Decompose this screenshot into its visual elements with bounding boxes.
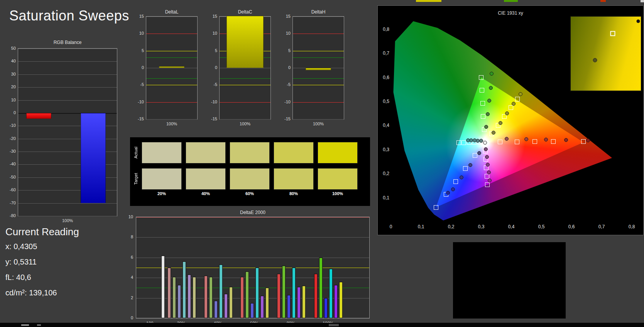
target-swatch-80%	[274, 168, 314, 190]
axis-tick-label: 10	[11, 98, 16, 102]
delta-l-chart[interactable]: DeltaL 151050-5-10-15 100%	[131, 9, 201, 126]
delta-e-bar	[209, 277, 213, 318]
measured-point	[586, 138, 590, 142]
target-point	[479, 75, 483, 80]
measured-point	[484, 125, 488, 129]
measured-point	[544, 138, 548, 142]
axis-tick-label: 40	[11, 59, 16, 63]
delta-e-bar	[167, 268, 171, 318]
rgb-balance-chart[interactable]: RGB Balance 50403020100-10-20-30-40-50-6…	[5, 40, 119, 225]
taskbar-mark	[329, 324, 339, 326]
axis-tick-label: 0,8	[383, 27, 389, 32]
gridline	[18, 203, 117, 204]
measured-point	[484, 147, 488, 151]
swatch-comparison-panel[interactable]: ActualTarget20%40%60%80%100%	[130, 137, 370, 206]
target-point	[485, 174, 489, 179]
delta-e-bar	[319, 258, 323, 318]
delta-h-y-axis: 151050-5-10-15	[278, 16, 292, 120]
target-point	[461, 140, 466, 145]
actual-swatch-60%	[230, 142, 270, 164]
actual-swatch-40%	[186, 142, 226, 164]
measured-point	[485, 155, 489, 159]
delta-h-chart[interactable]: DeltaH 151050-5-10-15 100%	[278, 9, 347, 126]
swatch-saturation-label: 60%	[230, 191, 270, 196]
page-title: Saturation Sweeps	[9, 8, 129, 24]
delta-e-2000-y-axis: 1086420	[127, 217, 134, 319]
gridline	[293, 17, 344, 17]
taskbar-strip[interactable]	[0, 323, 644, 327]
reference-line	[146, 51, 197, 51]
reference-line	[220, 102, 270, 103]
gridline	[136, 278, 369, 278]
axis-tick-label: -15	[211, 116, 217, 121]
reference-line	[136, 217, 369, 217]
axis-tick-label: -5	[287, 82, 291, 87]
axis-tick-label: -30	[10, 149, 16, 153]
axis-tick-label: -5	[140, 82, 144, 87]
actual-swatch-20%	[142, 142, 182, 164]
axis-tick-label: 5	[215, 48, 217, 53]
axis-tick-label: 0,5	[383, 99, 389, 104]
measured-point	[460, 175, 463, 179]
gridline	[146, 68, 197, 68]
deltaL-bar	[159, 66, 184, 68]
cie-1931-panel[interactable]: CIE 1931 xy 00,10,20,30,40,50,60,70,8 0,…	[377, 5, 644, 235]
axis-tick-label: 0,4	[508, 224, 515, 229]
delta-e-bar	[297, 287, 301, 318]
edge-artifact-yellow	[416, 0, 441, 2]
measured-point	[489, 86, 493, 90]
delta-e-bar	[177, 285, 181, 318]
delta-e-2000-chart[interactable]: DeltaE 2000 1086420 10020%40%60%80%100%	[127, 210, 375, 326]
pattern-display-window	[453, 242, 566, 319]
gridline	[18, 216, 117, 216]
measured-point	[477, 151, 481, 155]
measured-point	[564, 138, 568, 142]
target-swatch-60%	[230, 168, 270, 190]
axis-tick-label: 10	[139, 31, 144, 35]
reading-y-label: y:	[5, 258, 12, 266]
delta-e-bar	[250, 303, 254, 318]
delta-h-x-label: 100%	[292, 121, 344, 126]
measured-point	[468, 163, 472, 167]
axis-tick-label: 5	[288, 48, 291, 53]
rgb-balance-plot	[18, 48, 117, 216]
gridline	[136, 258, 369, 258]
delta-e-bar	[265, 288, 269, 318]
axis-tick-label: -50	[10, 175, 16, 179]
delta-e-bar	[172, 277, 176, 318]
reference-line	[293, 102, 344, 103]
delta-e-bar	[302, 286, 306, 318]
swatch-saturation-label: 80%	[274, 191, 314, 196]
target-point	[453, 179, 458, 184]
swatch-saturation-label: 40%	[186, 191, 226, 196]
taskbar-mark	[21, 324, 29, 326]
axis-tick-label: 5	[142, 48, 144, 53]
delta-e-bar	[183, 261, 186, 318]
axis-tick-label: -20	[10, 136, 16, 141]
delta-e-bar	[204, 276, 208, 318]
delta-l-plot	[146, 16, 198, 120]
measured-point	[451, 187, 455, 191]
measured-point	[499, 121, 502, 125]
delta-c-chart[interactable]: DeltaC 151050-5-10-15 100%	[205, 9, 274, 126]
gridline	[18, 61, 117, 62]
reading-x: x: 0,4305	[5, 242, 37, 251]
gridline	[220, 68, 270, 68]
axis-tick-label: 50	[11, 46, 16, 51]
target-point	[515, 140, 519, 144]
target-point	[532, 139, 537, 144]
reference-line	[146, 57, 197, 58]
target-point	[456, 140, 461, 145]
measured-point	[488, 179, 492, 182]
axis-tick-label: 0,2	[383, 171, 389, 176]
axis-tick-label: 0,1	[418, 224, 424, 229]
axis-tick-label: 8	[131, 234, 133, 239]
delta-e-bar	[224, 294, 228, 318]
delta-e-bar	[292, 268, 296, 318]
reading-y-value: 0,5311	[14, 258, 37, 266]
cie-x-axis: 00,10,20,30,40,50,60,70,8	[391, 223, 632, 231]
axis-tick-label: 0,6	[568, 224, 575, 229]
delta-e-bar	[245, 271, 249, 318]
target-swatch-100%	[318, 168, 358, 190]
cie-y-axis: 0,10,20,30,40,50,60,70,8	[379, 20, 389, 222]
